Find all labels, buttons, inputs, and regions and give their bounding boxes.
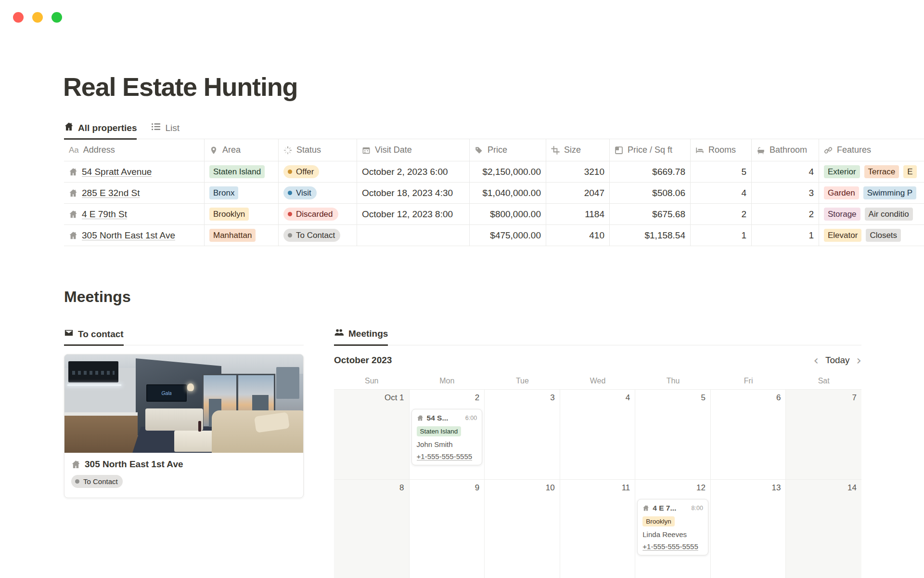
column-header-visit-date[interactable]: Visit Date	[357, 139, 470, 161]
address-cell[interactable]: 4 E 79th St	[64, 204, 205, 224]
calendar-day-cell[interactable]: 14	[786, 480, 861, 578]
rooms-cell[interactable]: 2	[691, 204, 752, 224]
status-pill[interactable]: Visit	[283, 186, 317, 199]
column-header-rooms[interactable]: Rooms	[691, 139, 752, 161]
status-pill[interactable]: Discarded	[283, 208, 338, 221]
chevron-right-icon[interactable]: ›	[857, 355, 861, 365]
status-cell[interactable]: Visit	[279, 183, 357, 203]
price-cell[interactable]: $475,000.00	[470, 225, 546, 246]
visit-date-cell[interactable]	[357, 225, 470, 246]
features-cell[interactable]: Garden Swimming P	[819, 183, 924, 203]
price-cell[interactable]: $2,150,000.00	[470, 161, 546, 182]
visit-date-cell[interactable]: October 12, 2023 8:00	[357, 204, 470, 224]
area-cell[interactable]: Manhattan	[205, 225, 279, 246]
size-cell[interactable]: 1184	[546, 204, 610, 224]
feature-tag[interactable]: Closets	[866, 229, 901, 242]
address-cell[interactable]: 54 Spratt Avenue	[64, 161, 205, 182]
size-cell[interactable]: 2047	[546, 183, 610, 203]
area-cell[interactable]: Brooklyn	[205, 204, 279, 224]
status-cell[interactable]: Offer	[279, 161, 357, 182]
area-tag[interactable]: Bronx	[209, 186, 238, 199]
area-tag[interactable]: Manhattan	[209, 229, 256, 242]
property-card[interactable]: Gala 305 North East 1st Ave To Contact	[64, 354, 304, 498]
feature-tag[interactable]: Swimming P	[863, 186, 916, 199]
status-cell[interactable]: Discarded	[279, 204, 357, 224]
rooms-cell[interactable]: 4	[691, 183, 752, 203]
column-header-bathroom[interactable]: Bathroom	[752, 139, 819, 161]
column-header-status[interactable]: Status	[279, 139, 357, 161]
event-phone-link[interactable]: +1-555-555-5555	[642, 542, 703, 551]
area-tag[interactable]: Staten Island	[209, 165, 265, 178]
size-cell[interactable]: 410	[546, 225, 610, 246]
rooms-cell[interactable]: 1	[691, 225, 752, 246]
calendar-day-cell[interactable]: 10	[485, 480, 560, 578]
event-phone-link[interactable]: +1-555-555-5555	[417, 452, 477, 460]
location-pin-icon	[209, 146, 218, 155]
area-tag[interactable]: Brooklyn	[209, 208, 249, 221]
calendar-day-cell[interactable]: Oct 1	[334, 390, 410, 479]
calendar-day-cell[interactable]: 11	[560, 480, 636, 578]
features-cell[interactable]: Exterior Terrace E	[819, 161, 924, 182]
rooms-cell[interactable]: 5	[691, 161, 752, 182]
event-time: 6:00	[465, 415, 477, 421]
area-cell[interactable]: Staten Island	[205, 161, 279, 182]
calendar-day-cell[interactable]: 4	[560, 390, 636, 479]
tab-list[interactable]: List	[151, 122, 180, 140]
price-cell[interactable]: $1,040,000.00	[470, 183, 546, 203]
minimize-window-button[interactable]	[32, 12, 43, 23]
chevron-left-icon[interactable]: ‹	[813, 355, 818, 365]
calendar-day-cell[interactable]: 7	[786, 390, 861, 479]
bathroom-cell[interactable]: 4	[752, 161, 819, 182]
visit-date-cell[interactable]: October 2, 2023 6:00	[357, 161, 470, 182]
calendar-day-cell[interactable]: 8	[334, 480, 410, 578]
calendar-day-cell[interactable]: 3	[485, 390, 560, 479]
close-window-button[interactable]	[13, 12, 24, 23]
feature-tag[interactable]: Exterior	[824, 165, 860, 178]
price-sqft-cell[interactable]: $669.78	[610, 161, 691, 182]
calendar-event-card[interactable]: 4 E 7... 8:00 Brooklyn Linda Reeves +1-5…	[637, 499, 708, 555]
column-header-area[interactable]: Area	[205, 139, 279, 161]
calendar-day-cell[interactable]: 5	[635, 390, 711, 479]
status-dot	[288, 212, 292, 216]
calendar-day-cell[interactable]: 13	[711, 480, 786, 578]
calendar-day-cell[interactable]: 12 4 E 7... 8:00 Brooklyn Linda Reeves +…	[635, 480, 711, 578]
calendar-day-cell[interactable]: 9	[410, 480, 485, 578]
column-header-size[interactable]: Size	[546, 139, 610, 161]
visit-date-cell[interactable]: October 18, 2023 4:30	[357, 183, 470, 203]
feature-tag[interactable]: Garden	[824, 186, 859, 199]
column-header-price-sqft[interactable]: Price / Sq ft	[610, 139, 691, 161]
house-icon	[69, 168, 77, 176]
status-pill[interactable]: Offer	[283, 165, 319, 178]
column-header-price[interactable]: Price	[470, 139, 546, 161]
size-cell[interactable]: 3210	[546, 161, 610, 182]
feature-tag[interactable]: Terrace	[864, 165, 899, 178]
bathroom-cell[interactable]: 3	[752, 183, 819, 203]
address-cell[interactable]: 305 North East 1st Ave	[64, 225, 205, 246]
calendar-day-cell[interactable]: 2 54 S... 6:00 Staten Island John Smith …	[410, 390, 485, 479]
price-sqft-cell[interactable]: $508.06	[610, 183, 691, 203]
tab-to-contact[interactable]: To contact	[64, 328, 124, 346]
feature-tag[interactable]: Elevator	[824, 229, 861, 242]
feature-tag[interactable]: Storage	[824, 208, 860, 221]
calendar-event-card[interactable]: 54 S... 6:00 Staten Island John Smith +1…	[411, 409, 483, 465]
tab-all-properties[interactable]: All properties	[64, 122, 137, 140]
features-cell[interactable]: Elevator Closets	[819, 225, 924, 246]
price-sqft-cell[interactable]: $1,158.54	[610, 225, 691, 246]
today-button[interactable]: Today	[825, 355, 850, 366]
bathroom-cell[interactable]: 1	[752, 225, 819, 246]
feature-tag[interactable]: Air conditio	[865, 208, 913, 221]
status-pill[interactable]: To Contact	[283, 229, 340, 242]
column-header-address[interactable]: AaAddress	[64, 139, 205, 161]
tab-meetings[interactable]: Meetings	[334, 328, 388, 346]
area-cell[interactable]: Bronx	[205, 183, 279, 203]
calendar-day-cell[interactable]: 6	[711, 390, 786, 479]
price-sqft-cell[interactable]: $675.68	[610, 204, 691, 224]
bathroom-cell[interactable]: 2	[752, 204, 819, 224]
feature-tag[interactable]: E	[903, 165, 916, 178]
zoom-window-button[interactable]	[51, 12, 62, 23]
column-header-features[interactable]: Features	[819, 139, 924, 161]
status-cell[interactable]: To Contact	[279, 225, 357, 246]
features-cell[interactable]: Storage Air conditio	[819, 204, 924, 224]
price-cell[interactable]: $800,000.00	[470, 204, 546, 224]
address-cell[interactable]: 285 E 32nd St	[64, 183, 205, 203]
